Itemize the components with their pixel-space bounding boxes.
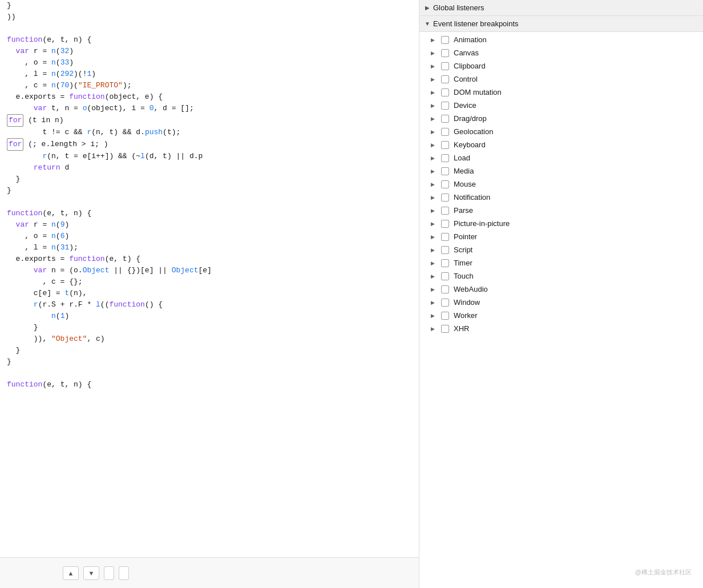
code-line: return d (2, 162, 419, 174)
bp-checkbox-drag-drop[interactable] (441, 115, 449, 123)
bp-expand-arrow: ▶ (431, 195, 437, 200)
bp-checkbox-pointer[interactable] (441, 233, 449, 241)
bp-checkbox-media[interactable] (441, 167, 449, 175)
bp-label-clipboard: Clipboard (454, 62, 486, 70)
breakpoint-item-touch[interactable]: ▶Touch (419, 269, 703, 283)
bp-checkbox-touch[interactable] (441, 272, 449, 280)
breakpoint-item-control[interactable]: ▶Control (419, 73, 703, 86)
bp-checkbox-parse[interactable] (441, 207, 449, 215)
bp-checkbox-mouse[interactable] (441, 180, 449, 188)
bp-label-parse: Parse (454, 206, 473, 215)
bp-label-timer: Timer (454, 259, 472, 267)
breakpoint-item-geolocation[interactable]: ▶Geolocation (419, 125, 703, 138)
bp-label-canvas: Canvas (454, 49, 479, 57)
bp-checkbox-load[interactable] (441, 154, 449, 162)
code-line (2, 196, 419, 208)
bp-checkbox-worker[interactable] (441, 312, 449, 320)
bp-checkbox-webaudio[interactable] (441, 285, 449, 293)
event-listener-breakpoints-title: Event listener breakpoints (433, 19, 519, 28)
bp-label-control: Control (454, 75, 478, 83)
event-listener-breakpoints-header[interactable]: ▼Event listener breakpoints (419, 16, 703, 32)
global-listeners-header[interactable]: ▶Global listeners (419, 0, 703, 16)
breakpoint-item-load[interactable]: ▶Load (419, 151, 703, 164)
code-line: r(n, t = e[i++]) && (~l(d, t) || d.p (2, 151, 419, 162)
breakpoint-item-worker[interactable]: ▶Worker (419, 309, 703, 322)
bp-label-mouse: Mouse (454, 180, 476, 188)
bp-expand-arrow: ▶ (431, 116, 437, 122)
bp-checkbox-device[interactable] (441, 102, 449, 110)
bp-label-pointer: Pointer (454, 232, 477, 241)
bp-checkbox-clipboard[interactable] (441, 62, 449, 70)
bp-expand-arrow: ▶ (431, 300, 437, 305)
breakpoint-item-pointer[interactable]: ▶Pointer (419, 230, 703, 243)
global-listeners-title: Global listeners (433, 3, 484, 12)
code-line: , l = n(292)(!1) (2, 69, 419, 80)
bp-checkbox-xhr[interactable] (441, 325, 449, 333)
breakpoint-item-clipboard[interactable]: ▶Clipboard (419, 59, 703, 73)
breakpoint-item-script[interactable]: ▶Script (419, 243, 703, 256)
breakpoint-item-window[interactable]: ▶Window (419, 296, 703, 309)
breakpoint-item-webaudio[interactable]: ▶WebAudio (419, 283, 703, 296)
bp-checkbox-picture-in-picture[interactable] (441, 220, 449, 228)
code-line: )) (2, 11, 419, 23)
breakpoint-item-notification[interactable]: ▶Notification (419, 191, 703, 204)
breakpoint-item-parse[interactable]: ▶Parse (419, 204, 703, 217)
bp-expand-arrow: ▶ (431, 182, 437, 187)
next-match-button[interactable]: ▼ (83, 566, 99, 580)
bp-checkbox-script[interactable] (441, 246, 449, 254)
code-line: } (2, 174, 419, 185)
bp-checkbox-notification[interactable] (441, 194, 449, 202)
breakpoint-list: ▶Animation▶Canvas▶Clipboard▶Control▶DOM … (419, 32, 703, 336)
breakpoint-item-picture-in-picture[interactable]: ▶Picture-in-picture (419, 217, 703, 230)
cancel-button[interactable] (134, 566, 147, 580)
bp-expand-arrow: ▶ (431, 287, 437, 292)
code-line: e.exports = function(e, t) { (2, 253, 419, 265)
prev-match-button[interactable]: ▲ (63, 566, 79, 580)
bp-expand-arrow: ▶ (431, 50, 437, 56)
bp-expand-arrow: ▶ (431, 63, 437, 69)
code-line: var r = n(9) (2, 219, 419, 231)
breakpoint-item-dom-mutation[interactable]: ▶DOM mutation (419, 86, 703, 99)
bp-checkbox-animation[interactable] (441, 36, 449, 44)
bp-label-animation: Animation (454, 35, 487, 44)
bp-expand-arrow: ▶ (431, 313, 437, 319)
bp-checkbox-window[interactable] (441, 299, 449, 307)
breakpoint-item-timer[interactable]: ▶Timer (419, 256, 703, 269)
breakpoint-item-keyboard[interactable]: ▶Keyboard (419, 138, 703, 151)
bp-checkbox-timer[interactable] (441, 259, 449, 267)
code-line: t != c && r(n, t) && d.push(t); (2, 127, 419, 138)
breakpoint-item-canvas[interactable]: ▶Canvas (419, 46, 703, 59)
case-sensitive-button[interactable] (104, 566, 114, 580)
breakpoint-item-media[interactable]: ▶Media (419, 164, 703, 178)
bp-expand-arrow: ▶ (431, 37, 437, 43)
bp-expand-arrow: ▶ (431, 76, 437, 82)
bp-expand-arrow: ▶ (431, 221, 437, 227)
code-line: , o = n(33) (2, 57, 419, 69)
code-line: for (; e.length > i; ) (2, 138, 419, 151)
bp-checkbox-geolocation[interactable] (441, 128, 449, 136)
watermark: @稀土掘金技术社区 (635, 568, 692, 577)
breakpoint-item-drag-drop[interactable]: ▶Drag/drop (419, 112, 703, 125)
breakpoint-item-device[interactable]: ▶Device (419, 99, 703, 112)
breakpoint-item-xhr[interactable]: ▶XHR (419, 322, 703, 335)
breakpoint-item-animation[interactable]: ▶Animation (419, 33, 703, 46)
bp-checkbox-control[interactable] (441, 75, 449, 83)
bp-label-worker: Worker (454, 311, 478, 320)
regex-button[interactable] (119, 566, 129, 580)
code-line: } (2, 185, 419, 196)
bp-checkbox-dom-mutation[interactable] (441, 88, 449, 96)
code-content: })) function(e, t, n) { var r = n(32) , … (0, 0, 419, 557)
bp-expand-arrow: ▶ (431, 208, 437, 214)
code-line: } (2, 356, 419, 368)
code-line: , c = {}; (2, 276, 419, 288)
code-line: } (2, 322, 419, 333)
bp-expand-arrow: ▶ (431, 168, 437, 174)
bp-checkbox-canvas[interactable] (441, 49, 449, 57)
bp-expand-arrow: ▶ (431, 326, 437, 332)
breakpoint-item-mouse[interactable]: ▶Mouse (419, 178, 703, 191)
code-line: var n = (o.Object || {})[e] || Object[e] (2, 265, 419, 276)
code-line: , l = n(31); (2, 242, 419, 253)
bp-label-touch: Touch (454, 272, 474, 280)
code-line: } (2, 345, 419, 356)
bp-checkbox-keyboard[interactable] (441, 141, 449, 149)
